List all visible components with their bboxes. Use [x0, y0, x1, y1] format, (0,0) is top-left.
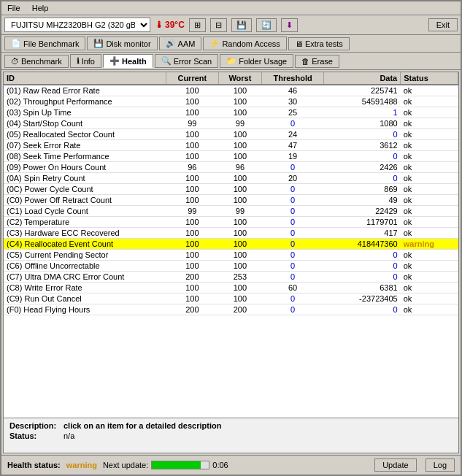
- table-row[interactable]: (F0) Head Flying Hours 200 200 0 0 ok: [4, 304, 458, 315]
- cell-id: (0C) Power Cycle Count: [4, 184, 166, 195]
- temperature-value: 39°C: [165, 20, 185, 30]
- cell-id: (08) Seek Time Performance: [4, 151, 166, 162]
- cell-id: (01) Raw Read Error Rate: [4, 85, 166, 96]
- log-button[interactable]: Log: [426, 458, 455, 472]
- cell-current: 100: [166, 151, 218, 162]
- health-icon: ➕: [109, 56, 120, 66]
- menu-help[interactable]: Help: [29, 3, 52, 13]
- table-row[interactable]: (C7) Ultra DMA CRC Error Count 200 253 0…: [4, 272, 458, 283]
- table-row[interactable]: (C8) Write Error Rate 100 100 60 6381 ok: [4, 283, 458, 293]
- cell-id: (C9) Run Out Cancel: [4, 293, 166, 304]
- cell-status: ok: [401, 96, 458, 107]
- cell-data: 0: [324, 261, 401, 272]
- cell-worst: 96: [218, 162, 261, 173]
- table-row[interactable]: (03) Spin Up Time 100 100 25 1 ok: [4, 107, 458, 118]
- next-update-label: Next update:: [103, 461, 148, 469]
- table-row[interactable]: (09) Power On Hours Count 96 96 0 2426 o…: [4, 162, 458, 173]
- table-row[interactable]: (02) Throughput Performance 100 100 30 5…: [4, 96, 458, 107]
- cell-threshold: 0: [261, 250, 323, 261]
- save-btn[interactable]: 💾: [231, 18, 252, 32]
- table-row[interactable]: (C9) Run Out Cancel 100 100 0 -23723405 …: [4, 293, 458, 304]
- cell-threshold: 0: [261, 206, 323, 217]
- save-icon: 💾: [236, 20, 247, 30]
- cell-worst: 100: [218, 195, 261, 206]
- table-row[interactable]: (01) Raw Read Error Rate 100 100 46 2257…: [4, 85, 458, 96]
- table-row[interactable]: (C1) Load Cycle Count 99 99 0 22429 ok: [4, 206, 458, 217]
- copy-btn1[interactable]: ⊞: [189, 18, 206, 32]
- copy2-icon: ⊟: [215, 20, 222, 30]
- cell-data: 0: [324, 272, 401, 283]
- cell-worst: 253: [218, 272, 261, 283]
- cell-status: warning: [401, 239, 458, 250]
- status-label: Status:: [9, 431, 61, 440]
- tab-error-scan[interactable]: 🔍 Error Scan: [155, 54, 219, 68]
- cell-id: (07) Seek Error Rate: [4, 140, 166, 151]
- progress-fill: [152, 461, 200, 469]
- cell-data: 49: [324, 195, 401, 206]
- cell-current: 100: [166, 184, 218, 195]
- update-button[interactable]: Update: [374, 458, 416, 472]
- tab-aam[interactable]: 🔊 AAM: [159, 37, 202, 50]
- tab-folder-usage[interactable]: 📁 Folder Usage: [220, 54, 293, 68]
- tabs-row1: 📄 File Benchmark 💾 Disk monitor 🔊 AAM ⚡ …: [1, 35, 461, 53]
- table-row[interactable]: (C4) Reallocated Event Count 100 100 0 4…: [4, 239, 458, 250]
- tab-erase[interactable]: 🗑 Erase: [295, 55, 339, 68]
- cell-data: -23723405: [324, 293, 401, 304]
- cell-current: 100: [166, 239, 218, 250]
- cell-id: (C3) Hardware ECC Recovered: [4, 228, 166, 239]
- tab-health[interactable]: ➕ Health: [103, 54, 153, 68]
- cell-current: 100: [166, 217, 218, 228]
- cell-threshold: 0: [261, 261, 323, 272]
- table-row[interactable]: (C3) Hardware ECC Recovered 100 100 0 41…: [4, 228, 458, 239]
- description-panel: Description: click on an item for a deta…: [4, 418, 458, 453]
- table-row[interactable]: (08) Seek Time Performance 100 100 19 0 …: [4, 151, 458, 162]
- cell-status: ok: [401, 173, 458, 184]
- cell-threshold: 24: [261, 129, 323, 140]
- cell-status: ok: [401, 293, 458, 304]
- table-row[interactable]: (C6) Offline Uncorrectable 100 100 0 0 o…: [4, 261, 458, 272]
- download-btn[interactable]: ⬇: [281, 18, 298, 32]
- table-row[interactable]: (07) Seek Error Rate 100 100 47 3612 ok: [4, 140, 458, 151]
- tab-extra-tests[interactable]: 🖥 Extra tests: [288, 37, 350, 50]
- progress-container: Next update: 0:06: [103, 461, 228, 469]
- tab-benchmark[interactable]: ⏱ Benchmark: [4, 55, 69, 68]
- table-row[interactable]: (C0) Power Off Retract Count 100 100 0 4…: [4, 195, 458, 206]
- copy-btn2[interactable]: ⊟: [210, 18, 227, 32]
- exit-button[interactable]: Exit: [428, 18, 458, 31]
- cell-current: 99: [166, 118, 218, 129]
- tab-file-benchmark[interactable]: 📄 File Benchmark: [4, 37, 85, 50]
- tab-random-access[interactable]: ⚡ Random Access: [203, 37, 286, 50]
- table-row[interactable]: (0C) Power Cycle Count 100 100 0 869 ok: [4, 184, 458, 195]
- table-row[interactable]: (04) Start/Stop Count 99 99 0 1080 ok: [4, 118, 458, 129]
- cell-status: ok: [401, 129, 458, 140]
- cell-worst: 99: [218, 118, 261, 129]
- cell-current: 100: [166, 140, 218, 151]
- health-table-container[interactable]: ID Current Worst Threshold Data Status (…: [4, 72, 458, 418]
- table-row[interactable]: (0A) Spin Retry Count 100 100 20 0 ok: [4, 173, 458, 184]
- refresh-btn[interactable]: 🔄: [256, 18, 277, 32]
- menu-file[interactable]: File: [4, 3, 23, 13]
- cell-id: (C7) Ultra DMA CRC Error Count: [4, 272, 166, 283]
- tab-disk-monitor[interactable]: 💾 Disk monitor: [87, 37, 157, 50]
- timer-value: 0:06: [212, 461, 228, 469]
- health-status-value: warning: [66, 461, 97, 469]
- cell-status: ok: [401, 151, 458, 162]
- cell-id: (C2) Temperature: [4, 217, 166, 228]
- table-row[interactable]: (C5) Current Pending Sector 100 100 0 0 …: [4, 250, 458, 261]
- cell-data: 0: [324, 250, 401, 261]
- cell-worst: 100: [218, 96, 261, 107]
- file-bench-icon: 📄: [11, 39, 21, 48]
- cell-current: 100: [166, 85, 218, 96]
- drive-selector[interactable]: FUJITSU MHZ2320BH G2 (320 gB): [4, 18, 150, 32]
- cell-worst: 100: [218, 85, 261, 96]
- cell-current: 100: [166, 96, 218, 107]
- info-icon: ℹ: [77, 56, 80, 66]
- refresh-icon: 🔄: [261, 20, 272, 30]
- cell-current: 100: [166, 173, 218, 184]
- cell-worst: 100: [218, 261, 261, 272]
- tab-info[interactable]: ℹ Info: [70, 54, 101, 68]
- table-row[interactable]: (C2) Temperature 100 100 0 1179701 ok: [4, 217, 458, 228]
- cell-status: ok: [401, 304, 458, 315]
- table-row[interactable]: (05) Reallocated Sector Count 100 100 24…: [4, 129, 458, 140]
- health-status-label: Health status:: [7, 461, 61, 469]
